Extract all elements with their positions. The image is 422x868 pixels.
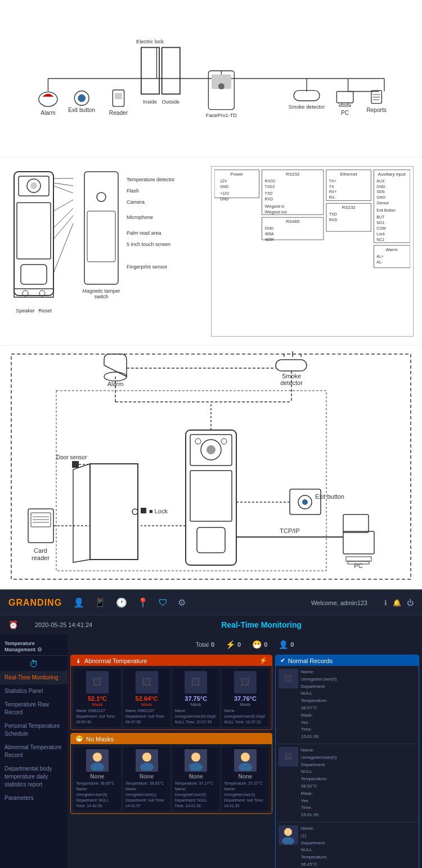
card4-detail: Name UnregisterUser(0) Dept: NULL Time: … <box>224 708 267 724</box>
abnormal-cards-grid: 🖼 52.1°C Mask Name 19961107 Department: … <box>71 666 272 730</box>
sub-nav: ⏰ 2020-05-25 14:41:24 Real-Time Monitori… <box>0 615 422 634</box>
alarm-label: Alarm <box>41 110 55 116</box>
reader-label: Reader <box>109 110 128 116</box>
sidebar-clock-icon: ⏱ <box>29 659 38 669</box>
svg-text:AL+: AL+ <box>376 254 384 258</box>
sub-nav-left: ⏰ <box>8 620 18 629</box>
panel-nomask-header: 😷 No Masks <box>71 733 272 744</box>
svg-text:TCP/IP: TCP/IP <box>280 527 299 534</box>
sidebar-icon: ⊙ <box>37 646 42 652</box>
sidebar-item-params[interactable]: Parameters <box>0 791 68 805</box>
abnormal-card-4: 🖼 37.76°C Mask Name UnregisterUser(0) De… <box>222 669 269 727</box>
svg-rect-138 <box>190 471 232 521</box>
svg-text:BUT: BUT <box>376 215 385 219</box>
svg-rect-125 <box>31 513 51 527</box>
card3-img: 🖼 <box>185 671 207 693</box>
svg-rect-33 <box>14 172 53 296</box>
card3-mask: Mask <box>174 702 217 707</box>
svg-rect-38 <box>21 265 47 284</box>
svg-point-135 <box>206 445 216 454</box>
svg-text:TXD2: TXD2 <box>264 185 275 189</box>
nav-location-icon[interactable]: 📍 <box>137 597 149 608</box>
svg-text:Magnetic tamper: Magnetic tamper <box>82 288 120 294</box>
stat-fire: ⚡ 0 <box>226 640 241 649</box>
sidebar-item-abnormal[interactable]: Abnormal Temperature Record <box>0 741 68 762</box>
panel-right-group: ✔ Normal Records 🖼 Name: UnregisterUser(… <box>275 655 419 868</box>
svg-rect-139 <box>197 527 225 553</box>
svg-rect-106 <box>276 360 307 371</box>
nomask-cards-grid: None Temperature: 38.65°C Name: Unregist… <box>71 744 272 813</box>
svg-rect-117 <box>72 461 79 468</box>
svg-point-163 <box>282 837 294 844</box>
sidebar-item-dept[interactable]: Departmental body temperature daily stat… <box>0 762 68 791</box>
nm-card3-label: None <box>174 773 217 780</box>
svg-rect-148 <box>343 514 369 533</box>
svg-point-53 <box>97 193 106 202</box>
welcome-text: Welcome, admin123 <box>311 599 367 606</box>
nomask-card-2: None Temperature: 38.65°C Name: Unregist… <box>123 747 170 811</box>
nav-person-icon[interactable]: 👤 <box>73 597 84 608</box>
nav-settings-icon[interactable]: ⚙ <box>178 597 186 608</box>
svg-rect-51 <box>84 172 118 284</box>
check-icon: ✔ <box>280 657 285 664</box>
mask-icon: 😷 <box>75 735 83 742</box>
svg-line-45 <box>53 183 73 186</box>
svg-text:Power: Power <box>231 172 244 177</box>
nm-card1-detail: Temperature: 38.65°C Name: UnregisterUse… <box>76 781 119 808</box>
svg-text:PC: PC <box>341 110 349 116</box>
total-value: 0 <box>211 641 214 648</box>
nav-power-icon[interactable]: ⏻ <box>407 599 414 607</box>
nav-clock-icon[interactable]: 🕐 <box>116 597 127 608</box>
svg-text:Auxiliary input: Auxiliary input <box>378 172 406 177</box>
nav-info-icon[interactable]: ℹ <box>384 599 387 607</box>
svg-text:485A: 485A <box>264 232 274 236</box>
record1-info: Name: UnregisterUser(0) Department: NULL… <box>301 669 337 741</box>
sidebar-item-personal[interactable]: Personal Temperature Schedule <box>0 719 68 741</box>
svg-point-157 <box>140 763 154 771</box>
svg-text:Outside: Outside <box>161 99 179 105</box>
panel-left-group: 🌡 Abnormal Temperature ⚡ 🖼 52.1°C Mask <box>70 655 272 868</box>
card2-detail: Name 19961107 Department: null Time: 09:… <box>125 708 168 724</box>
warning-value: 0 <box>264 641 267 648</box>
sidebar-item-statistics[interactable]: Statistics Panel <box>0 684 68 698</box>
section1-diagram: Alarm Exit button Reader Inside Outside … <box>0 0 422 158</box>
svg-line-47 <box>53 200 73 211</box>
panels-row: 🌡 Abnormal Temperature ⚡ 🖼 52.1°C Mask <box>70 655 419 868</box>
nav-bell-icon[interactable]: 🔔 <box>393 599 401 607</box>
dashboard-main: Temperature Management ⊙ ⏱ Real-Time Mon… <box>0 634 422 868</box>
nav-phone-icon[interactable]: 📱 <box>95 597 106 608</box>
record2-img: 🖼 <box>279 747 298 767</box>
nm-card1-img <box>86 749 109 772</box>
svg-text:RXD: RXD <box>329 218 338 222</box>
panel-abnormal: 🌡 Abnormal Temperature ⚡ 🖼 52.1°C Mask <box>70 655 272 730</box>
normal-record-1: 🖼 Name: UnregisterUser(0) Department: NU… <box>276 666 419 744</box>
card1-img: 🖼 <box>86 671 109 693</box>
panel-abnormal-title: Abnormal Temperature <box>84 657 147 664</box>
stat-total: Total 0 <box>196 641 214 648</box>
svg-point-142 <box>302 499 308 505</box>
nomask-card-3: None Temperature: 37.27°C Name: Unregist… <box>172 747 219 811</box>
sidebar-item-realtime[interactable]: Real-Time Monitoring <box>0 671 68 684</box>
svg-text:TXD: TXD <box>264 191 272 195</box>
abnormal-card-1: 🖼 52.1°C Mask Name 19961107 Department: … <box>74 669 121 727</box>
stats-bar: Total 0 ⚡ 0 😷 0 👤 0 <box>70 637 419 652</box>
abnormal-card-2: 🖼 52.64°C Mask Name 19961107 Department:… <box>123 669 170 727</box>
nav-shield-icon[interactable]: 🛡 <box>159 598 168 608</box>
svg-rect-37 <box>17 203 51 259</box>
card4-temp: 37.76°C <box>224 695 267 702</box>
svg-text:GNO: GNO <box>376 195 385 199</box>
sidebar-item-raw[interactable]: Temperature Raw Record <box>0 698 68 719</box>
svg-text:Card: Card <box>34 547 47 554</box>
nm-card2-label: None <box>125 773 168 780</box>
card1-mask: Mask <box>76 702 119 707</box>
svg-text:12V: 12V <box>220 179 227 183</box>
sidebar-header: Temperature Management ⊙ <box>0 637 68 656</box>
sidebar-logo-area: ⏱ <box>0 657 68 671</box>
card2-temp: 52.64°C <box>125 695 168 702</box>
svg-rect-145 <box>343 531 374 554</box>
svg-point-10 <box>78 95 86 102</box>
total-label: Total <box>196 641 209 648</box>
panel-nomask: 😷 No Masks <box>70 733 272 814</box>
svg-rect-103 <box>56 391 326 571</box>
svg-text:Wiegand out: Wiegand out <box>264 210 286 214</box>
